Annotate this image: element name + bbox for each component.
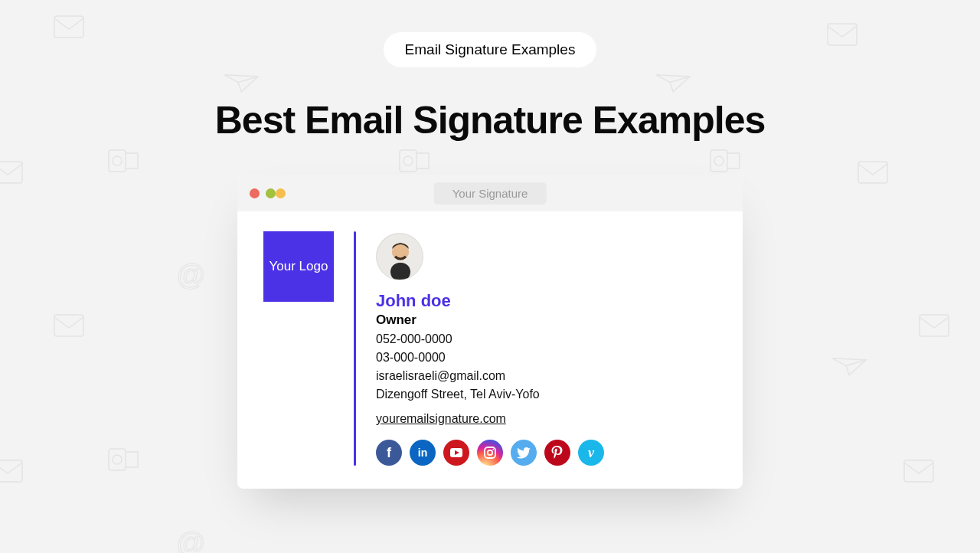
linkedin-icon[interactable]: in xyxy=(410,440,436,466)
pinterest-icon[interactable] xyxy=(544,440,570,466)
window-titlebar: Your Signature xyxy=(237,175,743,211)
svg-point-24 xyxy=(492,449,494,450)
signature-website-link[interactable]: youremailsignature.com xyxy=(376,412,506,426)
signature-email: israelisraeli@gmail.com xyxy=(376,369,604,383)
signature-name: John doe xyxy=(376,291,604,311)
at-doodle-icon: @ xyxy=(176,528,204,553)
traffic-light-minimize-icon xyxy=(266,188,276,198)
logo-placeholder: Your Logo xyxy=(263,231,334,302)
vimeo-icon[interactable]: v xyxy=(578,440,604,466)
signature-mobile: 052-000-0000 xyxy=(376,332,604,346)
category-pill: Email Signature Examples xyxy=(384,32,597,67)
svg-text:@: @ xyxy=(176,528,204,553)
svg-rect-22 xyxy=(485,447,495,458)
page-title: Best Email Signature Examples xyxy=(0,98,980,142)
avatar xyxy=(376,233,423,280)
traffic-light-zoom-icon xyxy=(276,188,286,198)
vertical-divider xyxy=(354,231,356,466)
youtube-icon[interactable] xyxy=(443,440,469,466)
twitter-icon[interactable] xyxy=(511,440,537,466)
traffic-light-close-icon xyxy=(250,188,260,198)
signature-preview-window: Your Signature Your Logo John doe Owner xyxy=(237,175,743,489)
svg-rect-20 xyxy=(390,263,410,280)
instagram-icon[interactable] xyxy=(477,440,503,466)
signature-phone: 03-000-0000 xyxy=(376,351,604,365)
signature-address: Dizengoff Street, Tel Aviv-Yofo xyxy=(376,388,604,401)
signature-role: Owner xyxy=(376,312,604,328)
social-icons-row: f in v xyxy=(376,440,604,466)
facebook-icon[interactable]: f xyxy=(376,440,402,466)
svg-point-23 xyxy=(488,450,492,455)
window-tab-label: Your Signature xyxy=(434,182,547,205)
